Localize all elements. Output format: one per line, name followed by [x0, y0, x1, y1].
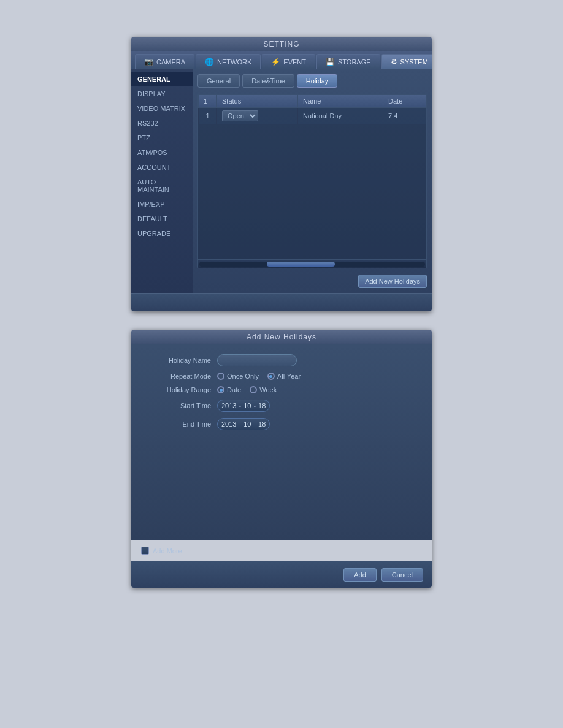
sub-tab-general[interactable]: General — [197, 74, 240, 88]
tab-system-label: SYSTEM — [400, 58, 428, 66]
content-area: General Date&Time Holiday — [193, 69, 432, 293]
tab-network[interactable]: 🌐 NETWORK — [196, 54, 261, 69]
table-row[interactable]: 1 Open Close National Day — [199, 108, 426, 124]
status-dropdown[interactable]: Open Close — [222, 110, 258, 121]
all-year-option[interactable]: All-Year — [267, 373, 301, 380]
sidebar-label-account: ACCOUNT — [137, 164, 170, 171]
add-holidays-footer: Add Cancel — [131, 561, 432, 588]
sidebar-label-auto-maintain: AUTO MAINTAIN — [137, 178, 169, 193]
add-holidays-body: Holiday Name Repeat Mode Once Only All-Y… — [131, 344, 432, 540]
cell-name: National Day — [298, 108, 383, 124]
col-date: Date — [383, 95, 426, 108]
add-holidays-panel: Add New Holidays Holiday Name Repeat Mod… — [131, 330, 432, 588]
sidebar: GENERAL DISPLAY VIDEO MATRIX RS232 PTZ A… — [131, 69, 193, 293]
sidebar-label-default: DEFAULT — [137, 215, 167, 222]
cell-num: 1 — [199, 108, 217, 124]
camera-icon: 📷 — [144, 58, 153, 66]
network-icon: 🌐 — [205, 58, 214, 66]
once-only-label: Once Only — [227, 373, 259, 380]
tab-storage-label: STORAGE — [338, 58, 371, 66]
add-holidays-title-text: Add New Holidays — [247, 333, 316, 341]
table-header-row: 1 Status Name Date — [199, 95, 426, 108]
sidebar-label-upgrade: UPGRADE — [137, 230, 170, 237]
sidebar-item-account[interactable]: ACCOUNT — [131, 160, 193, 175]
event-icon: ⚡ — [271, 58, 280, 66]
holiday-name-input[interactable] — [217, 354, 297, 366]
tab-event[interactable]: ⚡ EVENT — [262, 54, 315, 69]
sidebar-label-atm-pos: ATM/POS — [137, 149, 167, 156]
sidebar-item-display[interactable]: DISPLAY — [131, 86, 193, 101]
add-more-checkbox[interactable] — [141, 547, 149, 555]
date-option[interactable]: Date — [217, 386, 241, 393]
sub-tabs: General Date&Time Holiday — [197, 74, 427, 88]
all-year-radio[interactable] — [267, 373, 275, 380]
sidebar-item-imp-exp[interactable]: IMP/EXP — [131, 197, 193, 211]
sub-tab-date-time[interactable]: Date&Time — [242, 74, 294, 88]
sidebar-item-video-matrix[interactable]: VIDEO MATRIX — [131, 101, 193, 116]
tab-network-label: NETWORK — [217, 58, 251, 66]
sub-tab-holiday-label: Holiday — [306, 77, 329, 85]
add-holidays-title: Add New Holidays — [131, 330, 432, 344]
holiday-range-row: Holiday Range Date Week — [144, 386, 419, 393]
repeat-mode-row: Repeat Mode Once Only All-Year — [144, 373, 419, 380]
sidebar-item-upgrade[interactable]: UPGRADE — [131, 226, 193, 241]
tab-camera[interactable]: 📷 CAMERA — [135, 54, 194, 69]
week-option[interactable]: Week — [250, 386, 277, 393]
add-more-section: Add More — [131, 540, 432, 561]
end-time-label: End Time — [144, 420, 211, 428]
sidebar-item-atm-pos[interactable]: ATM/POS — [131, 145, 193, 160]
end-day: 18 — [258, 420, 266, 428]
once-only-option[interactable]: Once Only — [217, 373, 259, 380]
sidebar-item-rs232[interactable]: RS232 — [131, 116, 193, 131]
sub-tab-holiday[interactable]: Holiday — [297, 74, 338, 88]
add-holidays-button[interactable]: Add New Holidays — [358, 275, 427, 288]
horizontal-scrollbar[interactable] — [198, 259, 426, 268]
end-year: 2013 — [221, 420, 236, 428]
start-time-input[interactable]: 2013 - 10 - 18 — [217, 400, 270, 412]
sidebar-label-imp-exp: IMP/EXP — [137, 200, 165, 208]
system-icon: ⚙ — [391, 58, 397, 66]
end-time-input[interactable]: 2013 - 10 - 18 — [217, 418, 270, 430]
cell-date: 7.4 — [383, 108, 426, 124]
setting-panel: SETTING 📷 CAMERA 🌐 NETWORK ⚡ EVENT 💾 STO… — [131, 37, 432, 311]
sub-tab-general-label: General — [207, 77, 231, 85]
tab-camera-label: CAMERA — [156, 58, 185, 66]
date-radio[interactable] — [217, 386, 224, 393]
holiday-table: 1 Status Name Date — [198, 94, 426, 124]
add-more-label: Add More — [153, 547, 182, 555]
tab-storage[interactable]: 💾 STORAGE — [316, 54, 380, 69]
once-only-radio[interactable] — [217, 373, 224, 380]
tab-event-label: EVENT — [283, 58, 306, 66]
holiday-table-container: 1 Status Name Date — [197, 94, 427, 268]
sidebar-item-auto-maintain[interactable]: AUTO MAINTAIN — [131, 175, 193, 197]
start-day: 18 — [258, 402, 266, 409]
sidebar-label-ptz: PTZ — [137, 134, 150, 142]
cancel-button[interactable]: Cancel — [381, 568, 423, 582]
week-label: Week — [259, 386, 277, 393]
week-radio[interactable] — [250, 386, 257, 393]
cell-status: Open Close — [217, 108, 298, 124]
repeat-mode-label: Repeat Mode — [144, 373, 211, 380]
table-scroll-area — [198, 124, 426, 259]
sidebar-label-rs232: RS232 — [137, 119, 158, 127]
holiday-range-label: Holiday Range — [144, 386, 211, 393]
add-button[interactable]: Add — [343, 568, 377, 582]
col-num: 1 — [199, 95, 217, 108]
start-month: 10 — [243, 402, 251, 409]
sidebar-item-general[interactable]: GENERAL — [131, 72, 193, 86]
holiday-name-label: Holiday Name — [144, 357, 211, 364]
col-status: Status — [217, 95, 298, 108]
all-year-label: All-Year — [277, 373, 301, 380]
tab-system[interactable]: ⚙ SYSTEM — [381, 54, 432, 69]
top-nav-tabs: 📷 CAMERA 🌐 NETWORK ⚡ EVENT 💾 STORAGE ⚙ S… — [131, 51, 432, 69]
scrollbar-track — [199, 262, 425, 267]
start-time-label: Start Time — [144, 402, 211, 409]
scrollbar-thumb — [267, 262, 334, 267]
add-more-row[interactable]: Add More — [141, 547, 182, 555]
date-label: Date — [227, 386, 241, 393]
setting-title: SETTING — [131, 37, 432, 51]
col-name: Name — [298, 95, 383, 108]
sidebar-item-ptz[interactable]: PTZ — [131, 131, 193, 145]
sidebar-label-general: GENERAL — [137, 75, 170, 83]
sidebar-item-default[interactable]: DEFAULT — [131, 211, 193, 226]
